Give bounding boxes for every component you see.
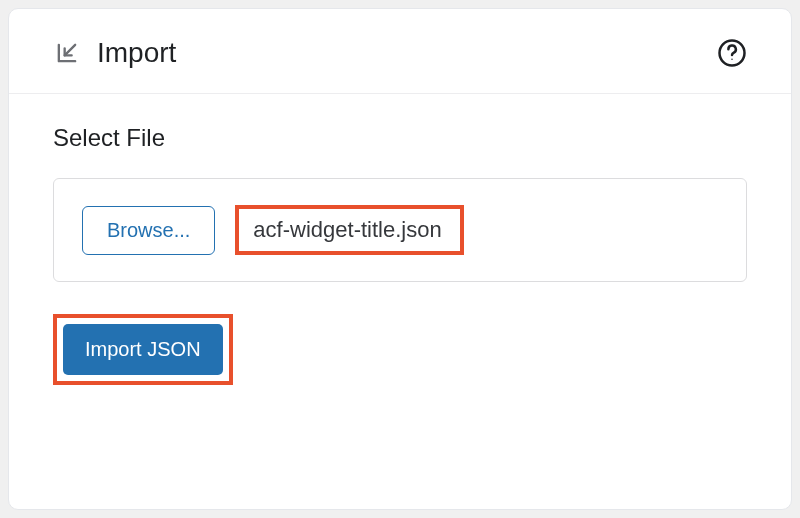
file-input-row: Browse... acf-widget-title.json [53, 178, 747, 282]
help-icon[interactable] [717, 38, 747, 68]
selected-filename: acf-widget-title.json [253, 217, 441, 242]
card-body: Select File Browse... acf-widget-title.j… [9, 94, 791, 425]
import-icon [53, 39, 81, 67]
card-header: Import [9, 9, 791, 94]
import-button-highlight: Import JSON [53, 314, 233, 385]
header-left: Import [53, 37, 176, 69]
filename-highlight: acf-widget-title.json [235, 205, 463, 255]
import-json-button[interactable]: Import JSON [63, 324, 223, 375]
header-title: Import [97, 37, 176, 69]
import-card: Import Select File Browse... acf-widget-… [8, 8, 792, 510]
section-label: Select File [53, 124, 747, 152]
browse-button[interactable]: Browse... [82, 206, 215, 255]
svg-point-1 [731, 59, 733, 61]
